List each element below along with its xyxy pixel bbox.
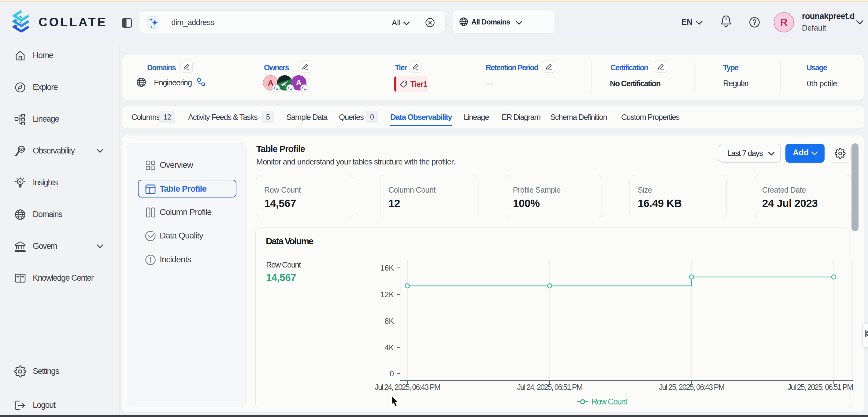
svg-text:4K: 4K	[384, 343, 394, 352]
svg-text:Jul 25, 2025, 06:51 PM: Jul 25, 2025, 06:51 PM	[787, 383, 853, 391]
svg-text:Row Count: Row Count	[591, 397, 628, 406]
svg-text:Jul 24, 2025, 06:51 PM: Jul 24, 2025, 06:51 PM	[517, 383, 582, 391]
svg-text:16K: 16K	[380, 263, 394, 272]
svg-text:0: 0	[390, 369, 394, 378]
svg-text:8K: 8K	[384, 317, 394, 325]
svg-text:Jul 25, 2025, 06:43 PM: Jul 25, 2025, 06:43 PM	[659, 383, 724, 391]
svg-text:12K: 12K	[380, 290, 394, 299]
svg-text:Jul 24, 2025, 06:43 PM: Jul 24, 2025, 06:43 PM	[375, 383, 440, 391]
